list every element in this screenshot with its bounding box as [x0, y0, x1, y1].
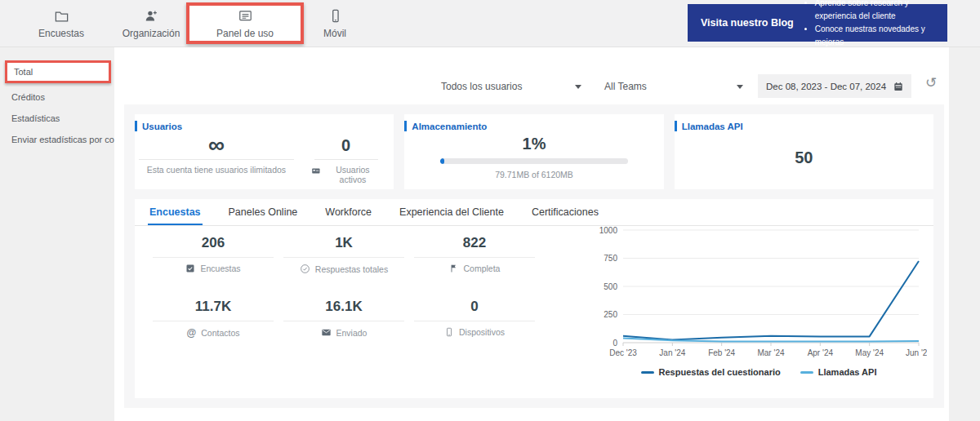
usage-panel-icon — [238, 8, 253, 24]
legend-label: Respuestas del cuestionario — [659, 367, 781, 377]
tab-experiencia-del-cliente[interactable]: Experiencia del Cliente — [398, 199, 506, 225]
tab-workforce[interactable]: Workforce — [323, 199, 373, 225]
stat-dispositivos: 0 Dispositivos — [409, 299, 540, 339]
divider — [414, 321, 535, 321]
nav-item-label: Móvil — [323, 28, 346, 39]
folder-icon — [54, 8, 69, 24]
svg-text:750: 750 — [604, 254, 617, 263]
svg-text:250: 250 — [604, 310, 617, 319]
user-filter-dropdown[interactable]: Todos los usuarios — [441, 78, 581, 95]
legend-label: Llamadas API — [818, 367, 877, 377]
svg-text:Feb '24: Feb '24 — [708, 348, 735, 357]
svg-text:Apr '24: Apr '24 — [808, 348, 834, 357]
flag-icon — [449, 264, 459, 273]
unlimited-users-value: ∞ — [135, 136, 298, 154]
svg-text:500: 500 — [604, 282, 617, 291]
active-users-value: 0 — [298, 136, 394, 154]
nav-item-movil[interactable]: Móvil — [286, 1, 384, 46]
summary-cards: Usuarios ∞ Esta cuenta tiene usuarios il… — [135, 114, 933, 189]
storage-percent: 1% — [404, 135, 663, 153]
mobile-icon — [327, 8, 343, 24]
sidebar-item-creditos[interactable]: Créditos — [0, 86, 114, 108]
nav-item-label: Panel de uso — [216, 28, 274, 39]
team-filter-value: All Teams — [604, 81, 647, 92]
legend-swatch — [800, 371, 813, 374]
tab-encuestas[interactable]: Encuestas — [148, 199, 203, 225]
stats-grid: 206 Encuestas 1K Respuestas totales — [148, 235, 540, 339]
card-llamadas-api: Llamadas API 50 — [675, 114, 933, 189]
sidebar-item-label: Créditos — [11, 92, 45, 102]
legend-item[interactable]: Llamadas API — [800, 367, 877, 377]
title-accent-bar — [135, 121, 137, 131]
storage-progress-bar — [440, 158, 628, 164]
divider — [314, 159, 378, 160]
main-content: Todos los usuarios All Teams Dec 08, 202… — [114, 47, 949, 421]
stat-completa: 822 Completa — [409, 235, 540, 274]
nav-item-label: Encuestas — [38, 28, 84, 39]
sidebar-item-label: Enviar estadísticas por correo — [11, 135, 131, 144]
tab-certificaciones[interactable]: Certificaciones — [530, 199, 600, 225]
top-nav: Encuestas Organización Panel de uso Móvi… — [0, 0, 980, 47]
unlimited-users-caption: Esta cuenta tiene usuarios ilimitados — [135, 165, 298, 175]
right-margin — [949, 47, 980, 421]
divider — [414, 257, 535, 258]
legend-swatch — [641, 371, 654, 374]
nav-item-label: Organización — [122, 28, 180, 39]
svg-text:May '24: May '24 — [855, 348, 884, 357]
team-filter-dropdown[interactable]: All Teams — [604, 78, 743, 95]
envelope-icon — [321, 327, 332, 338]
check-circle-icon — [300, 264, 310, 274]
chevron-down-icon — [575, 85, 581, 89]
divider — [153, 321, 274, 321]
svg-text:Dec '23: Dec '23 — [609, 348, 637, 357]
id-card-icon — [311, 166, 321, 176]
user-filter-value: Todos los usuarios — [441, 81, 522, 92]
sidebar-item-label: Total — [14, 67, 33, 77]
sidebar-item-label: Estadísticas — [11, 113, 60, 123]
tab-paneles-online[interactable]: Paneles Online — [227, 199, 300, 225]
blog-banner-bullets: Aprende sobre research y experiencia del… — [802, 0, 941, 49]
chart-legend: Respuestas del cuestionarioLlamadas API — [590, 367, 927, 377]
date-range-picker[interactable]: Dec 08, 2023 - Dec 07, 2024 — [758, 74, 911, 98]
stat-contactos: 11.7K @ Contactos — [148, 299, 278, 339]
blog-banner-title: Visita nuestro Blog — [688, 17, 802, 29]
usage-chart: 02505007501000Dec '23Jan '24Feb '24Mar '… — [590, 220, 927, 364]
reset-filters-icon[interactable]: ↺ — [925, 74, 937, 91]
calendar-icon — [893, 81, 904, 92]
svg-text:1000: 1000 — [599, 226, 618, 235]
svg-text:Jan '24: Jan '24 — [659, 348, 685, 357]
stat-respuestas-totales: 1K Respuestas totales — [278, 235, 409, 274]
nav-item-organizacion[interactable]: Organización — [106, 1, 196, 46]
blog-banner-bullet: Aprende sobre research y experiencia del… — [815, 0, 941, 23]
divider — [283, 321, 404, 321]
usage-panel: Usuarios ∞ Esta cuenta tiene usuarios il… — [124, 104, 944, 408]
storage-caption: 79.71MB of 6120MB — [404, 170, 663, 179]
blog-banner[interactable]: Visita nuestro Blog Aprende sobre resear… — [688, 4, 947, 42]
svg-text:Jun '24: Jun '24 — [906, 348, 927, 357]
active-users-caption: Usuarios activos — [324, 165, 381, 184]
card-usuarios: Usuarios ∞ Esta cuenta tiene usuarios il… — [135, 114, 394, 189]
card-usuarios-title: Usuarios — [135, 121, 182, 131]
sidebar-item-total[interactable]: Total — [5, 60, 111, 83]
card-almacenamiento: Almacenamiento 1% 79.71MB of 6120MB — [404, 114, 663, 189]
detail-card: Encuestas Paneles Online Workforce Exper… — [135, 199, 933, 398]
divider — [283, 257, 404, 258]
stat-enviado: 16.1K Enviado — [278, 299, 409, 339]
divider — [153, 257, 274, 258]
sidebar-item-enviar-estadisticas[interactable]: Enviar estadísticas por correo — [0, 129, 114, 150]
smartphone-icon — [444, 327, 454, 337]
title-accent-bar — [675, 121, 677, 131]
stat-encuestas: 206 Encuestas — [148, 235, 278, 274]
nav-item-encuestas[interactable]: Encuestas — [12, 1, 110, 46]
title-accent-bar — [404, 121, 407, 131]
at-sign-icon: @ — [187, 327, 197, 339]
svg-text:Mar '24: Mar '24 — [757, 348, 784, 357]
checkbox-icon — [185, 264, 195, 273]
card-llamadas-api-title: Llamadas API — [675, 121, 743, 131]
svg-text:0: 0 — [612, 339, 617, 348]
storage-progress-fill — [440, 158, 444, 164]
legend-item[interactable]: Respuestas del cuestionario — [641, 367, 781, 377]
chevron-down-icon — [737, 85, 743, 89]
sidebar-item-estadisticas[interactable]: Estadísticas — [0, 108, 114, 129]
date-range-value: Dec 08, 2023 - Dec 07, 2024 — [766, 82, 886, 91]
